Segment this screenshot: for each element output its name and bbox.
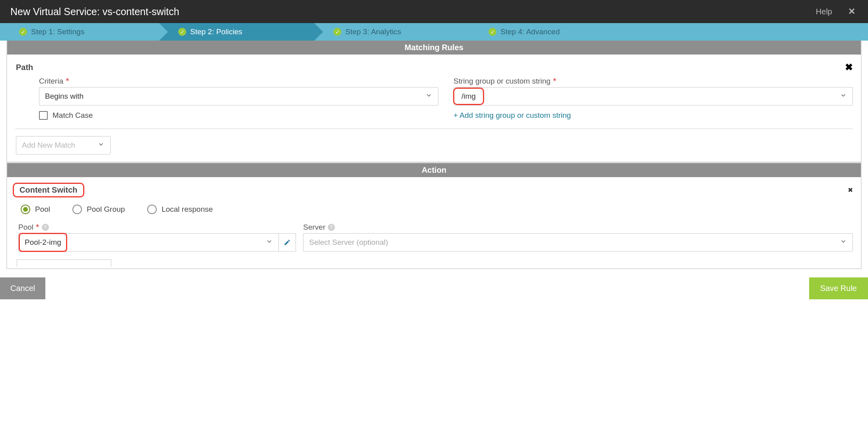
step-label: Step 4: Advanced <box>500 27 560 36</box>
remove-action-icon[interactable]: ✖ <box>848 186 853 194</box>
radio-pool[interactable]: Pool <box>21 205 50 214</box>
criteria-select[interactable]: Begins with <box>39 87 438 105</box>
close-icon[interactable]: ✕ <box>846 6 858 17</box>
required-icon: * <box>36 225 39 229</box>
highlight-box: /img <box>453 88 484 105</box>
add-new-match-select[interactable]: Add New Match <box>16 136 111 154</box>
path-label: Path <box>16 63 33 72</box>
server-label: Server <box>303 223 325 232</box>
content-switch-label: Content Switch <box>13 183 84 197</box>
help-link[interactable]: Help <box>816 7 832 16</box>
chevron-down-icon <box>425 92 432 101</box>
radio-label: Pool Group <box>87 205 125 214</box>
criteria-label: Criteria <box>39 77 63 86</box>
divider <box>15 129 853 129</box>
chevron-down-icon <box>840 92 847 101</box>
string-group-value: /img <box>461 92 476 101</box>
server-placeholder: Select Server (optional) <box>309 238 388 247</box>
string-group-label: String group or custom string <box>453 77 551 86</box>
action-card: Action Content Switch ✖ Pool Pool Group … <box>6 162 862 269</box>
step-4-advanced[interactable]: ✓ Step 4: Advanced <box>469 23 868 41</box>
cancel-button[interactable]: Cancel <box>0 277 45 299</box>
check-icon: ✓ <box>178 28 186 36</box>
step-label: Step 2: Policies <box>190 27 242 36</box>
pool-select[interactable]: Pool-2-img <box>18 233 278 252</box>
radio-pool-group[interactable]: Pool Group <box>72 205 125 214</box>
check-icon: ✓ <box>19 28 27 36</box>
add-string-group-link[interactable]: + Add string group or custom string <box>453 111 571 120</box>
title-bar: New Virtual Service: vs-content-switch H… <box>0 0 868 23</box>
truncated-select[interactable] <box>17 260 111 267</box>
required-icon: * <box>553 79 557 83</box>
step-label: Step 3: Analytics <box>345 27 401 36</box>
step-3-analytics[interactable]: ✓ Step 3: Analytics <box>314 23 469 41</box>
required-icon: * <box>66 79 69 83</box>
chevron-down-icon <box>97 141 105 150</box>
matching-rules-header: Matching Rules <box>7 41 861 55</box>
check-icon: ✓ <box>333 28 341 36</box>
pool-value: Pool-2-img <box>25 238 61 247</box>
edit-pool-button[interactable] <box>278 233 296 252</box>
chevron-down-icon <box>840 238 847 247</box>
match-case-checkbox[interactable] <box>39 111 48 120</box>
check-icon: ✓ <box>488 28 496 36</box>
server-select[interactable]: Select Server (optional) <box>303 233 853 252</box>
highlight-box: Pool-2-img <box>19 233 67 252</box>
matching-rules-card: Matching Rules Path ✖ Criteria * Begins … <box>6 41 862 162</box>
action-type-radio-group: Pool Pool Group Local response <box>7 199 861 217</box>
chevron-down-icon <box>266 238 273 247</box>
string-group-select[interactable]: /img <box>453 87 853 105</box>
step-label: Step 1: Settings <box>31 27 84 36</box>
help-icon[interactable]: ? <box>42 224 49 231</box>
criteria-value: Begins with <box>45 92 84 101</box>
match-case-label: Match Case <box>53 111 93 120</box>
pencil-icon <box>284 239 291 246</box>
step-2-policies[interactable]: ✓ Step 2: Policies <box>159 23 314 41</box>
save-rule-button[interactable]: Save Rule <box>809 277 868 299</box>
modal-title: New Virtual Service: vs-content-switch <box>10 6 816 18</box>
radio-label: Pool <box>35 205 50 214</box>
help-icon[interactable]: ? <box>328 224 335 231</box>
radio-local-response[interactable]: Local response <box>147 205 213 214</box>
wizard-steps: ✓ Step 1: Settings ✓ Step 2: Policies ✓ … <box>0 23 868 41</box>
remove-path-icon[interactable]: ✖ <box>845 62 853 73</box>
add-match-placeholder: Add New Match <box>22 141 75 150</box>
pool-label: Pool <box>18 223 33 232</box>
footer: Cancel Save Rule <box>0 276 868 299</box>
step-1-settings[interactable]: ✓ Step 1: Settings <box>0 23 159 41</box>
action-header: Action <box>7 163 861 177</box>
radio-label: Local response <box>162 205 213 214</box>
